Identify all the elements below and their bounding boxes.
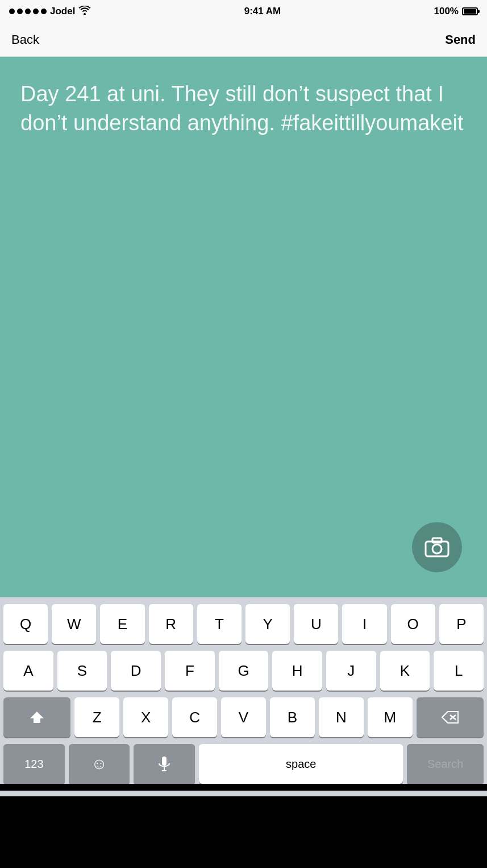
search-key[interactable]: Search <box>407 744 484 784</box>
status-right: 100% <box>434 6 478 17</box>
signal-dot-2 <box>17 9 23 14</box>
space-key[interactable]: space <box>199 744 403 784</box>
key-o[interactable]: O <box>391 604 435 644</box>
key-b[interactable]: B <box>270 697 315 737</box>
key-j[interactable]: J <box>326 651 376 691</box>
mic-key[interactable] <box>134 744 195 784</box>
key-k[interactable]: K <box>380 651 430 691</box>
send-button[interactable]: Send <box>445 32 476 47</box>
key-c[interactable]: C <box>172 697 217 737</box>
svg-marker-3 <box>30 712 44 723</box>
key-s[interactable]: S <box>57 651 107 691</box>
key-a[interactable]: A <box>3 651 53 691</box>
shift-icon <box>29 709 45 725</box>
svg-rect-2 <box>432 538 442 543</box>
svg-rect-6 <box>162 757 167 766</box>
key-u[interactable]: U <box>294 604 338 644</box>
key-v[interactable]: V <box>221 697 266 737</box>
key-p[interactable]: P <box>439 604 484 644</box>
post-text[interactable]: Day 241 at uni. They still don’t suspect… <box>20 80 467 138</box>
signal-dot-4 <box>33 9 39 14</box>
keyboard: Q W E R T Y U I O P A S D F G H J K L Z … <box>0 597 487 784</box>
keyboard-row-2: A S D F G H J K L <box>3 651 484 691</box>
camera-icon <box>424 537 449 557</box>
svg-point-1 <box>432 544 442 553</box>
carrier-name: Jodel <box>50 6 75 17</box>
signal-dot-5 <box>41 9 47 14</box>
key-t[interactable]: T <box>197 604 242 644</box>
key-n[interactable]: N <box>319 697 364 737</box>
keyboard-row-1: Q W E R T Y U I O P <box>3 604 484 644</box>
shift-key[interactable] <box>3 697 70 737</box>
signal-dots <box>9 9 47 14</box>
content-area[interactable]: Day 241 at uni. They still don’t suspect… <box>0 57 487 597</box>
key-r[interactable]: R <box>149 604 193 644</box>
key-y[interactable]: Y <box>245 604 290 644</box>
status-bar: Jodel 9:41 AM 100% <box>0 0 487 23</box>
wifi-icon <box>78 6 91 18</box>
key-h[interactable]: H <box>272 651 322 691</box>
key-w[interactable]: W <box>52 604 96 644</box>
signal-dot-1 <box>9 9 15 14</box>
mic-icon <box>158 756 170 772</box>
key-i[interactable]: I <box>342 604 386 644</box>
key-m[interactable]: M <box>368 697 413 737</box>
key-l[interactable]: L <box>434 651 484 691</box>
key-d[interactable]: D <box>111 651 161 691</box>
key-e[interactable]: E <box>100 604 144 644</box>
num-key[interactable]: 123 <box>3 744 65 784</box>
key-g[interactable]: G <box>219 651 269 691</box>
camera-button[interactable] <box>412 522 462 572</box>
status-time: 9:41 AM <box>244 6 281 17</box>
key-x[interactable]: X <box>123 697 168 737</box>
status-left: Jodel <box>9 6 91 18</box>
battery-percent: 100% <box>434 6 459 17</box>
keyboard-row-3: Z X C V B N M <box>3 697 484 737</box>
key-z[interactable]: Z <box>74 697 119 737</box>
back-button[interactable]: Back <box>11 32 39 47</box>
delete-key[interactable] <box>417 697 484 737</box>
key-q[interactable]: Q <box>3 604 48 644</box>
keyboard-bottom-pad <box>0 791 487 796</box>
keyboard-row-4: 123 ☺ space Search <box>3 744 484 784</box>
battery-icon <box>462 7 478 15</box>
signal-dot-3 <box>25 9 31 14</box>
delete-icon <box>441 710 459 724</box>
nav-bar: Back Send <box>0 23 487 57</box>
key-f[interactable]: F <box>165 651 215 691</box>
emoji-key[interactable]: ☺ <box>69 744 130 784</box>
